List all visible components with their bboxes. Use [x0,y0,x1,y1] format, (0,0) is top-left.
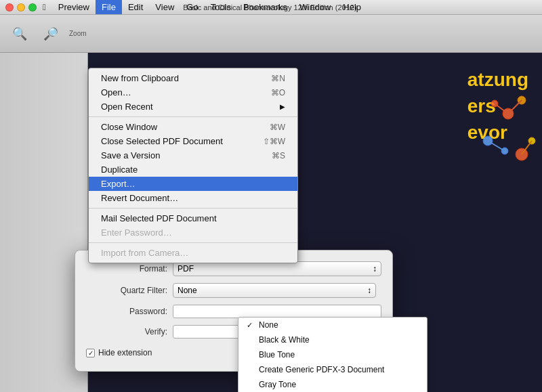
zoom-label: Zoom [69,30,87,37]
menu-close-window[interactable]: Close Window ⌘W [89,120,297,134]
quartz-select-arrow: ↕ [367,286,371,295]
password-input[interactable] [173,305,381,318]
hide-extension-label[interactable]: ✓ Hide extension [86,348,152,357]
format-value: PDF [178,264,194,274]
quartz-option-pdfx3[interactable]: Create Generic PDFX-3 Document [238,362,427,377]
zoom-out-button[interactable]: 🔍 [7,24,33,44]
close-button[interactable] [5,3,14,12]
svg-line-3 [508,100,522,114]
menu-open-recent[interactable]: Open Recent ▶ [89,100,297,114]
hide-extension-checkbox[interactable]: ✓ [86,349,95,357]
window-menu-item[interactable]: Window [293,0,337,14]
hide-extension-text: Hide extension [98,348,152,357]
quartz-option-gray[interactable]: Gray Tone [238,377,427,392]
quartz-select[interactable]: None ↕ [173,283,376,298]
zoom-in-icon: 🔎 [43,26,58,41]
view-menu-item[interactable]: View [149,0,180,14]
go-menu-item[interactable]: Go [180,0,204,14]
format-select[interactable]: PDF ↕ [173,261,381,276]
verify-label: Verify: [86,327,167,336]
menu-divider-2 [89,208,297,209]
quartz-option-bw[interactable]: Black & White [238,332,427,347]
traffic-lights [0,3,37,12]
quartz-row: Quartz Filter: None ↕ [86,283,381,298]
quartz-dropdown: ✓ None Black & White Blue Tone Create Ge… [238,317,428,392]
quartz-option-label: Black & White [259,335,310,345]
password-row: Password: [86,305,381,318]
checkmark-icon: ✓ [247,321,255,330]
menu-close-pdf[interactable]: Close Selected PDF Document ⇧⌘W [89,134,297,148]
file-menu-item[interactable]: File [96,0,122,14]
zoom-in-button[interactable]: 🔎 [38,24,64,44]
toolbar: 🔍 🔎 Zoom [0,15,542,53]
molecules-decoration [406,73,542,209]
bookmarks-menu-item[interactable]: Bookmarks [237,0,293,14]
format-select-arrow: ↕ [373,264,377,274]
quartz-option-label: Create Generic PDFX-3 Document [259,365,384,374]
menu-export[interactable]: Export… [89,177,297,191]
quartz-option-label: Gray Tone [259,380,296,389]
tools-menu-item[interactable]: Tools [205,0,237,14]
main-content: atzung ers evor New from Clipboard ⌘N Op… [0,53,542,392]
menu-duplicate[interactable]: Duplicate [89,162,297,177]
quartz-label: Quartz Filter: [86,286,167,295]
quartz-value: None [178,286,197,295]
password-label: Password: [86,307,167,316]
menu-revert[interactable]: Revert Document… [89,191,297,205]
quartz-option-none[interactable]: ✓ None [238,318,427,332]
menu-bar:  Preview File Edit View Go Tools Bookma… [37,0,542,14]
zoom-out-icon: 🔍 [12,26,27,41]
preview-menu-item[interactable]: Preview [52,0,96,14]
menu-divider-3 [89,242,297,243]
export-dialog: Format: PDF ↕ Quartz Filter: None ↕ ✓ No… [75,250,393,372]
title-bar:  Preview File Edit View Go Tools Bookma… [0,0,542,15]
file-menu-dropdown: New from Clipboard ⌘N Open… ⌘O Open Rece… [88,68,298,263]
format-label: Format: [86,264,167,274]
format-row: Format: PDF ↕ [86,261,381,276]
menu-new-clipboard[interactable]: New from Clipboard ⌘N [89,71,297,85]
quartz-option-label: Blue Tone [259,350,295,360]
edit-menu-item[interactable]: Edit [122,0,149,14]
maximize-button[interactable] [28,3,37,12]
help-menu-item[interactable]: Help [337,0,367,14]
svg-line-7 [488,141,505,151]
apple-menu-item[interactable]:  [37,0,52,14]
quartz-option-blue[interactable]: Blue Tone [238,347,427,362]
menu-save-version[interactable]: Save a Version ⌘S [89,148,297,162]
menu-mail-pdf[interactable]: Mail Selected PDF Document [89,211,297,225]
menu-open[interactable]: Open… ⌘O [89,85,297,100]
quartz-option-label: None [259,320,278,330]
menu-divider-1 [89,116,297,117]
menu-enter-password: Enter Password… [89,225,297,240]
menu-import-camera: Import from Camera… [89,246,297,260]
minimize-button[interactable] [17,3,25,12]
